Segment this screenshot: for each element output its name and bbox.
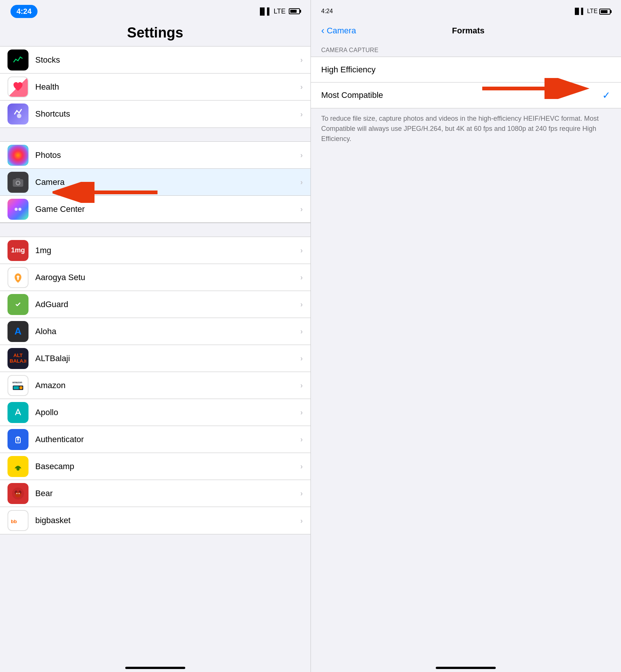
gamecenter-label: Game Center [35, 204, 300, 214]
onemg-app-icon: 1mg [8, 240, 28, 261]
sidebar-item-bear[interactable]: Bear › [0, 480, 310, 507]
photos-app-icon [8, 145, 28, 166]
sidebar-item-photos[interactable]: Photos › [0, 142, 310, 169]
left-panel: 4:24 ▐▌▌ LTE Settings [0, 0, 310, 672]
adguard-label: AdGuard [35, 300, 300, 309]
back-button[interactable]: ‹ Camera [321, 25, 356, 36]
most-compatible-option[interactable]: Most Compatible ✓ [311, 82, 621, 108]
altbalaji-app-icon: ALTBALAJI [8, 348, 28, 369]
shortcuts-app-icon [8, 104, 28, 124]
svg-rect-11 [14, 386, 19, 389]
back-chevron-icon: ‹ [321, 25, 325, 36]
sidebar-item-amazon[interactable]: amazon Amazon › [0, 372, 310, 399]
svg-point-24 [15, 492, 21, 497]
altbalaji-chevron: › [300, 354, 303, 363]
adguard-app-icon [8, 294, 28, 315]
authenticator-app-icon [8, 429, 28, 450]
aloha-label: Aloha [35, 327, 300, 336]
svg-rect-4 [16, 178, 20, 180]
sidebar-item-authenticator[interactable]: Authenticator › [0, 426, 310, 453]
right-nav-bar: ‹ Camera Formats [311, 21, 621, 42]
left-time: 4:24 [10, 5, 38, 18]
settings-group-1: Stocks › Health › [0, 46, 310, 128]
group-spacer-1 [0, 128, 310, 141]
gamecenter-app-icon [8, 199, 28, 220]
svg-point-0 [17, 114, 21, 118]
bigbasket-chevron: › [300, 516, 303, 525]
right-signal-icon: ▐▌▌ LTE [573, 8, 598, 14]
bear-chevron: › [300, 489, 303, 498]
sidebar-item-apollo[interactable]: Apollo › [0, 399, 310, 426]
basecamp-chevron: › [300, 462, 303, 471]
sidebar-item-stocks[interactable]: Stocks › [0, 46, 310, 74]
group-spacer-2 [0, 223, 310, 237]
stocks-label: Stocks [35, 55, 300, 65]
sidebar-item-aarogya[interactable]: Aarogya Setu › [0, 264, 310, 291]
left-scroll-area[interactable]: Stocks › Health › [0, 46, 310, 657]
most-compatible-checkmark: ✓ [602, 90, 610, 101]
settings-group-3: 1mg 1mg › Aarogya Setu › [0, 237, 310, 534]
left-page-header: Settings [0, 21, 310, 46]
apollo-label: Apollo [35, 408, 300, 417]
aarogya-app-icon [8, 267, 28, 288]
health-label: Health [35, 82, 300, 92]
sidebar-item-1mg[interactable]: 1mg 1mg › [0, 237, 310, 264]
gamecenter-chevron: › [300, 205, 303, 213]
sidebar-item-altbalaji[interactable]: ALTBALAJI ALTBalaji › [0, 345, 310, 372]
svg-point-3 [16, 182, 20, 184]
sidebar-item-shortcuts[interactable]: Shortcuts › [0, 100, 310, 128]
apollo-app-icon [8, 402, 28, 423]
photos-chevron: › [300, 151, 303, 159]
sidebar-item-adguard[interactable]: AdGuard › [0, 291, 310, 318]
svg-point-13 [12, 406, 24, 418]
right-home-indicator [311, 657, 621, 672]
camera-capture-section-header: CAMERA CAPTURE [311, 42, 621, 57]
stocks-chevron: › [300, 56, 303, 64]
health-app-icon [8, 76, 28, 98]
bigbasket-label: bigbasket [35, 516, 300, 525]
sidebar-item-health[interactable]: Health › [0, 74, 310, 100]
stocks-app-icon [8, 50, 28, 70]
authenticator-label: Authenticator [35, 435, 300, 444]
camera-app-icon [8, 172, 28, 193]
svg-point-12 [20, 386, 22, 389]
amazon-label: Amazon [35, 381, 300, 390]
sidebar-item-camera[interactable]: Camera › [0, 169, 310, 196]
high-efficiency-option[interactable]: High Efficiency [311, 57, 621, 82]
sidebar-item-basecamp[interactable]: Basecamp › [0, 453, 310, 480]
right-status-icons: ▐▌▌ LTE [573, 8, 610, 15]
settings-title: Settings [10, 25, 300, 41]
right-battery-icon [599, 9, 610, 15]
photos-label: Photos [35, 150, 300, 160]
most-compatible-label: Most Compatible [321, 90, 383, 100]
svg-point-20 [16, 468, 20, 471]
aarogya-label: Aarogya Setu [35, 273, 300, 282]
amazon-app-icon: amazon [8, 375, 28, 396]
onemg-label: 1mg [35, 246, 300, 255]
svg-point-5 [15, 208, 18, 211]
aloha-chevron: › [300, 327, 303, 336]
authenticator-chevron: › [300, 435, 303, 444]
right-panel: 4:24 ▐▌▌ LTE ‹ Camera Formats CAMERA CAP… [311, 0, 621, 672]
basecamp-app-icon [8, 456, 28, 477]
svg-text:bb: bb [11, 519, 17, 524]
sidebar-item-aloha[interactable]: A Aloha › [0, 318, 310, 345]
altbalaji-label: ALTBalaji [35, 354, 300, 363]
back-label: Camera [327, 26, 356, 36]
basecamp-label: Basecamp [35, 462, 300, 471]
format-options-group: High Efficiency Most Compatible ✓ [311, 57, 621, 108]
svg-point-25 [16, 493, 18, 494]
sidebar-item-bigbasket[interactable]: bb bigbasket › [0, 507, 310, 534]
sidebar-item-gamecenter[interactable]: Game Center › [0, 196, 310, 223]
amazon-chevron: › [300, 381, 303, 390]
onemg-chevron: › [300, 246, 303, 255]
apollo-chevron: › [300, 408, 303, 417]
bear-app-icon [8, 483, 28, 504]
high-efficiency-label: High Efficiency [321, 65, 376, 75]
aloha-app-icon: A [8, 321, 28, 342]
health-chevron: › [300, 82, 303, 91]
bear-label: Bear [35, 489, 300, 498]
battery-icon [289, 8, 300, 14]
shortcuts-label: Shortcuts [35, 109, 300, 119]
camera-label: Camera [35, 177, 300, 187]
